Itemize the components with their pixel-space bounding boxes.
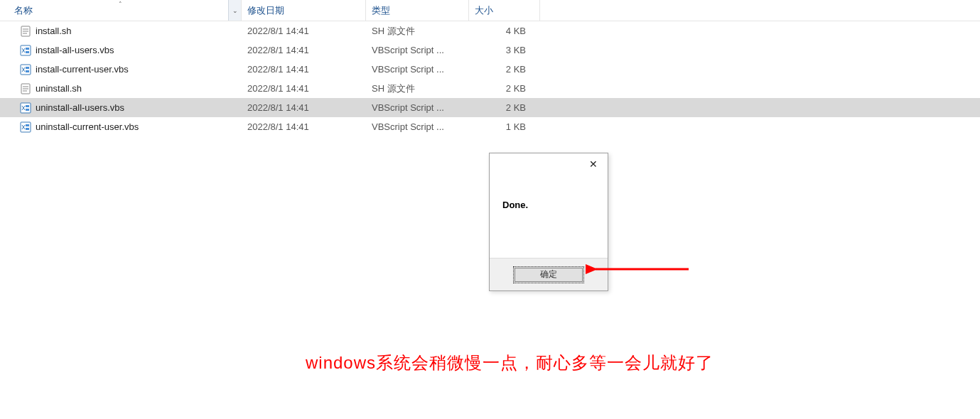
- file-date-cell: 2022/8/1 14:41: [242, 83, 366, 94]
- file-type-cell: VBScript Script ...: [366, 64, 469, 75]
- file-type-cell: SH 源文件: [366, 25, 469, 38]
- annotation-caption: windows系统会稍微慢一点，耐心多等一会儿就好了: [306, 352, 714, 374]
- chevron-down-icon[interactable]: ⌄: [228, 0, 241, 21]
- file-date-cell: 2022/8/1 14:41: [242, 121, 366, 132]
- column-header-date-label: 修改日期: [247, 4, 284, 17]
- dialog-footer: 确定: [490, 258, 608, 290]
- svg-rect-17: [21, 122, 31, 132]
- svg-rect-19: [26, 128, 29, 130]
- file-size-cell: 2 KB: [469, 64, 540, 75]
- file-row[interactable]: uninstall-current-user.vbs2022/8/1 14:41…: [0, 117, 980, 136]
- file-size-cell: 3 KB: [469, 45, 540, 55]
- message-dialog: ✕ Done. 确定: [489, 153, 608, 291]
- file-row[interactable]: install-all-users.vbs2022/8/1 14:41VBScr…: [0, 40, 980, 60]
- sort-ascending-icon: ˄: [119, 1, 122, 8]
- column-header-size-label: 大小: [475, 4, 493, 17]
- column-header-name-label: 名称: [14, 4, 33, 17]
- sh-file-icon: [20, 83, 31, 94]
- file-name-label: uninstall.sh: [36, 83, 82, 94]
- column-header-name[interactable]: ˄ 名称 ⌄: [0, 0, 242, 21]
- svg-rect-7: [21, 65, 31, 75]
- ok-button[interactable]: 确定: [513, 266, 584, 283]
- dialog-message: Done.: [490, 175, 608, 258]
- file-name-label: uninstall-current-user.vbs: [36, 121, 139, 132]
- svg-rect-9: [26, 70, 29, 72]
- sh-file-icon: [20, 26, 31, 37]
- file-row[interactable]: install-current-user.vbs2022/8/1 14:41VB…: [0, 60, 980, 79]
- svg-rect-18: [26, 124, 29, 126]
- file-type-cell: VBScript Script ...: [366, 121, 469, 132]
- svg-rect-8: [26, 67, 29, 69]
- file-type-cell: VBScript Script ...: [366, 45, 469, 55]
- file-name-label: uninstall-all-users.vbs: [36, 102, 124, 113]
- file-type-cell: VBScript Script ...: [366, 102, 469, 113]
- column-header-date[interactable]: 修改日期: [242, 0, 366, 21]
- file-name-cell: install-all-users.vbs: [0, 45, 242, 56]
- svg-rect-5: [26, 48, 29, 50]
- file-date-cell: 2022/8/1 14:41: [242, 45, 366, 55]
- file-name-cell: uninstall-current-user.vbs: [0, 121, 242, 133]
- file-name-cell: install-current-user.vbs: [0, 64, 242, 75]
- file-row[interactable]: uninstall-all-users.vbs2022/8/1 14:41VBS…: [0, 98, 980, 117]
- svg-rect-6: [26, 51, 29, 53]
- file-row[interactable]: install.sh2022/8/1 14:41SH 源文件4 KB: [0, 21, 980, 40]
- file-name-label: install-current-user.vbs: [36, 64, 129, 75]
- file-date-cell: 2022/8/1 14:41: [242, 102, 366, 113]
- file-name-cell: install.sh: [0, 26, 242, 37]
- dialog-titlebar: ✕: [490, 153, 608, 175]
- close-icon[interactable]: ✕: [579, 153, 608, 175]
- vbs-file-icon: [20, 45, 31, 56]
- file-type-cell: SH 源文件: [366, 82, 469, 95]
- vbs-file-icon: [20, 64, 31, 75]
- column-header-type[interactable]: 类型: [366, 0, 469, 21]
- file-date-cell: 2022/8/1 14:41: [242, 26, 366, 36]
- column-header-type-label: 类型: [372, 4, 390, 17]
- file-name-cell: uninstall.sh: [0, 83, 242, 94]
- file-name-cell: uninstall-all-users.vbs: [0, 102, 242, 114]
- file-size-cell: 4 KB: [469, 26, 540, 36]
- svg-rect-14: [21, 103, 31, 113]
- column-header-size[interactable]: 大小: [469, 0, 540, 21]
- svg-rect-16: [26, 109, 29, 111]
- file-date-cell: 2022/8/1 14:41: [242, 64, 366, 75]
- column-header-row: ˄ 名称 ⌄ 修改日期 类型 大小: [0, 0, 980, 21]
- file-row[interactable]: uninstall.sh2022/8/1 14:41SH 源文件2 KB: [0, 79, 980, 98]
- file-size-cell: 1 KB: [469, 121, 540, 132]
- file-list: install.sh2022/8/1 14:41SH 源文件4 KBinstal…: [0, 21, 980, 136]
- svg-rect-15: [26, 105, 29, 107]
- vbs-file-icon: [20, 121, 31, 133]
- file-name-label: install.sh: [36, 26, 72, 36]
- svg-rect-4: [21, 45, 31, 55]
- file-size-cell: 2 KB: [469, 83, 540, 94]
- file-name-label: install-all-users.vbs: [36, 45, 114, 55]
- vbs-file-icon: [20, 102, 31, 114]
- file-size-cell: 2 KB: [469, 102, 540, 113]
